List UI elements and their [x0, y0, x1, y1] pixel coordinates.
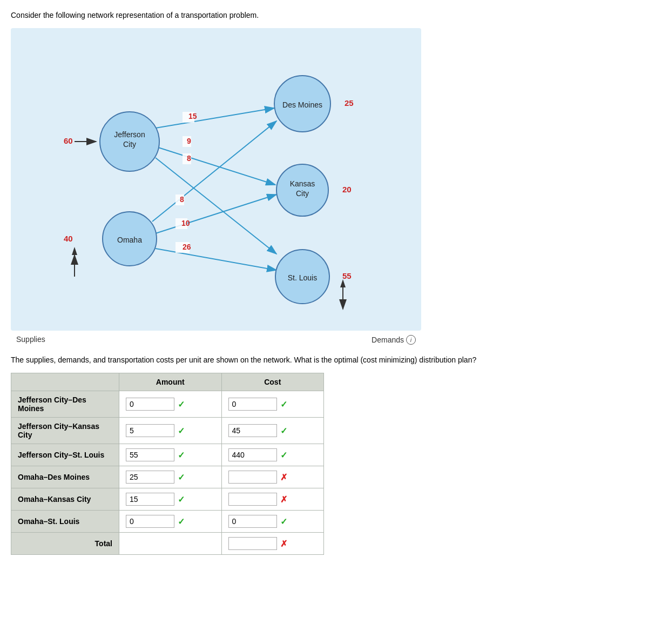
edge-omaha-stlouis	[156, 249, 276, 270]
network-footer: Supplies Demands i	[11, 335, 421, 345]
cost-jefferson-stlouis: 8	[187, 154, 191, 163]
row-cost-5: ✓	[221, 511, 324, 533]
label-jefferson-2: City	[123, 140, 136, 149]
stlouis-demand-arrowhead	[340, 279, 346, 287]
label-jefferson-1: Jefferson	[114, 130, 145, 139]
cost-input-3[interactable]	[228, 471, 277, 484]
amount-input-3[interactable]	[126, 471, 174, 484]
label-desmoines: Des Moines	[282, 100, 322, 109]
amount-check-1: ✓	[178, 426, 185, 436]
amount-check-2: ✓	[178, 450, 185, 460]
amount-check-4: ✓	[178, 494, 185, 505]
table-row: Total✗	[11, 533, 324, 555]
cost-check-1: ✓	[280, 426, 287, 436]
cost-omaha-stlouis: 26	[183, 243, 191, 251]
cost-x-4: ✗	[280, 494, 287, 505]
supply-omaha: 40	[64, 234, 73, 243]
amount-input-4[interactable]	[126, 493, 174, 506]
row-amount-1: ✓	[119, 418, 222, 444]
cost-jefferson-desmoines: 15	[188, 112, 197, 120]
row-label-1: Jefferson City–Kansas City	[11, 418, 119, 444]
col-header-route	[11, 373, 119, 391]
demands-label: Demands	[372, 336, 404, 344]
col-header-amount: Amount	[119, 373, 222, 391]
network-diagram: 15 9 8 8 10 26 60 40 25 20 55 Jefferson …	[11, 28, 421, 331]
row-label-4: Omaha–Kansas City	[11, 488, 119, 511]
cost-input-6[interactable]	[228, 537, 277, 550]
cost-check-2: ✓	[280, 450, 287, 460]
cost-input-2[interactable]	[228, 448, 277, 461]
demand-kansascity: 20	[342, 185, 352, 194]
row-cost-2: ✓	[221, 444, 324, 466]
demand-stlouis: 55	[342, 271, 352, 280]
cost-input-0[interactable]	[228, 398, 277, 411]
edge-omaha-desmoines	[152, 121, 276, 222]
cost-check-0: ✓	[280, 399, 287, 410]
description-text: The supplies, demands, and transportatio…	[11, 355, 497, 364]
row-label-2: Jefferson City–St. Louis	[11, 444, 119, 466]
row-amount-6	[119, 533, 222, 555]
table-row: Omaha–Kansas City✓✗	[11, 488, 324, 511]
demand-desmoines: 25	[345, 98, 354, 108]
row-cost-6: ✗	[221, 533, 324, 555]
table-row: Jefferson City–St. Louis✓✓	[11, 444, 324, 466]
label-kansascity-1: Kansas	[290, 179, 315, 188]
cost-x-6: ✗	[280, 539, 287, 549]
row-label-6: Total	[11, 533, 119, 555]
amount-input-2[interactable]	[126, 448, 174, 461]
cost-jefferson-kansascity: 9	[187, 137, 191, 145]
table-row: Jefferson City–Des Moines✓✓	[11, 391, 324, 418]
col-header-cost: Cost	[221, 373, 324, 391]
row-amount-2: ✓	[119, 444, 222, 466]
omaha-supply-arrowhead	[72, 247, 77, 255]
edge-omaha-kansascity	[156, 194, 276, 233]
row-amount-3: ✓	[119, 466, 222, 488]
table-row: Omaha–St. Louis✓✓	[11, 511, 324, 533]
demands-info: Demands i	[372, 335, 416, 345]
row-amount-5: ✓	[119, 511, 222, 533]
row-label-0: Jefferson City–Des Moines	[11, 391, 119, 418]
supply-jefferson: 60	[64, 136, 73, 145]
cost-check-5: ✓	[280, 516, 287, 527]
edge-jefferson-desmoines	[156, 108, 274, 128]
cost-omaha-kansascity: 10	[181, 219, 190, 227]
row-cost-3: ✗	[221, 466, 324, 488]
row-label-3: Omaha–Des Moines	[11, 466, 119, 488]
edge-jefferson-stlouis	[156, 158, 276, 254]
row-cost-1: ✓	[221, 418, 324, 444]
row-cost-4: ✗	[221, 488, 324, 511]
amount-input-5[interactable]	[126, 515, 174, 528]
amount-check-0: ✓	[178, 399, 185, 410]
label-stlouis: St. Louis	[288, 273, 317, 282]
cost-input-5[interactable]	[228, 515, 277, 528]
amount-check-5: ✓	[178, 516, 185, 527]
row-amount-0: ✓	[119, 391, 222, 418]
amount-input-0[interactable]	[126, 398, 174, 411]
intro-text: Consider the following network represent…	[11, 11, 637, 19]
cost-input-4[interactable]	[228, 493, 277, 506]
supplies-label: Supplies	[16, 335, 45, 345]
row-amount-4: ✓	[119, 488, 222, 511]
info-icon[interactable]: i	[406, 335, 416, 345]
label-kansascity-2: City	[296, 189, 309, 198]
cost-omaha-desmoines: 8	[180, 195, 184, 204]
table-row: Omaha–Des Moines✓✗	[11, 466, 324, 488]
table-row: Jefferson City–Kansas City✓✓	[11, 418, 324, 444]
row-label-5: Omaha–St. Louis	[11, 511, 119, 533]
amount-input-1[interactable]	[126, 424, 174, 437]
row-cost-0: ✓	[221, 391, 324, 418]
amount-check-3: ✓	[178, 472, 185, 482]
distribution-table: Amount Cost Jefferson City–Des Moines✓✓J…	[11, 373, 324, 555]
label-omaha: Omaha	[117, 236, 142, 244]
edge-jefferson-kansascity	[157, 147, 275, 185]
cost-input-1[interactable]	[228, 424, 277, 437]
cost-x-3: ✗	[280, 472, 287, 482]
